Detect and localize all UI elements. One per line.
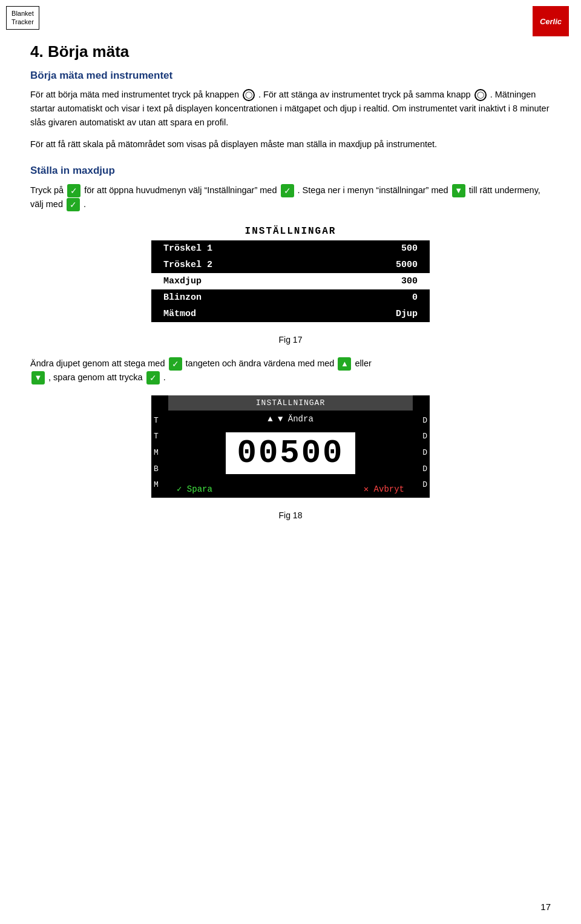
up-icon-1: [338, 357, 351, 371]
settings-row-troskel1: Tröskel 1 500: [151, 240, 430, 257]
power-icon-2: ◯: [474, 89, 487, 101]
maxdjup-paragraph: Tryck på för att öppna huvudmenyn välj “…: [30, 183, 551, 211]
side-letter-t1: T: [154, 416, 166, 425]
settings-screen: INSTÄLLNINGAR Tröskel 1 500 Tröskel 2 50…: [151, 222, 430, 322]
check-icon-5: [146, 371, 160, 384]
side-letter-d4: D: [415, 464, 427, 474]
settings-row-matmod: Mätmod Djup: [151, 306, 430, 322]
settings-row-troskel2: Tröskel 2 5000: [151, 257, 430, 273]
paragraph-2: För att få rätt skala på mätområdet som …: [30, 137, 551, 151]
down-icon-1: [452, 184, 465, 197]
check-icon-2: [281, 184, 294, 197]
check-icon-1: [67, 184, 80, 197]
side-letter-m2: M: [154, 480, 166, 489]
change-paragraph: Ändra djupet genom att stega med tangete…: [30, 357, 551, 384]
side-letter-d5: D: [415, 480, 427, 489]
edit-value-container: 00500: [168, 427, 413, 480]
maxdjup-heading: Ställa in maxdjup: [30, 162, 551, 179]
edit-big-number: 00500: [226, 432, 355, 474]
edit-title: INSTÄLLNINGAR: [168, 395, 413, 411]
side-letter-t2: T: [154, 432, 166, 441]
fig17-label: Fig 17: [30, 333, 551, 346]
blanket-tracker-logo: Blanket Tracker: [6, 6, 39, 30]
check-icon-3: [67, 198, 80, 211]
save-label: ✓ Spara: [177, 484, 212, 494]
fig18-label: Fig 18: [30, 509, 551, 522]
side-letter-d3: D: [415, 448, 427, 457]
cancel-label: ✕ Avbryt: [364, 484, 404, 494]
side-letter-d1: D: [415, 416, 427, 425]
page-header: Blanket Tracker Cerlic: [0, 0, 581, 36]
side-letter-m1: M: [154, 448, 166, 457]
side-letter-b1: B: [154, 464, 166, 474]
paragraph-1: För att börja mäta med instrumentet tryc…: [30, 88, 551, 130]
main-content: 4. Börja mäta Börja mäta med instrumente…: [0, 36, 581, 556]
down-icon-2: [31, 371, 45, 384]
chapter-title: 4. Börja mäta: [30, 42, 551, 61]
edit-screen-wrapper: T T M B M INSTÄLLNINGAR ▲ ▼ Ändra 00500: [151, 395, 430, 498]
edit-bottom-bar: ✓ Spara ✕ Avbryt: [168, 480, 413, 498]
edit-screen: T T M B M INSTÄLLNINGAR ▲ ▼ Ändra 00500: [151, 395, 430, 498]
settings-row-blinzon: Blinzon 0: [151, 289, 430, 306]
edit-arrows: ▲ ▼ Ändra: [168, 411, 413, 427]
cerlic-logo: Cerlic: [533, 6, 569, 36]
power-icon: ◯: [243, 89, 255, 101]
settings-title: INSTÄLLNINGAR: [151, 222, 430, 240]
check-icon-4: [169, 357, 182, 371]
settings-row-maxdjup: Maxdjup 300: [151, 273, 430, 289]
side-letter-d2: D: [415, 432, 427, 441]
page-number: 17: [540, 902, 551, 912]
section-heading-start: Börja mäta med instrumentet: [30, 70, 551, 82]
